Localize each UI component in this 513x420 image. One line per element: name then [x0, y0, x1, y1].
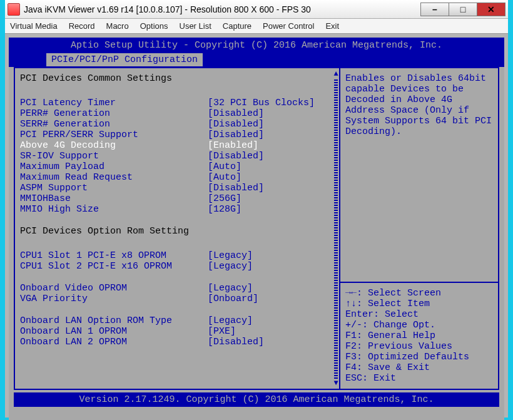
menu-exit[interactable]: Exit	[325, 21, 339, 31]
bios-body: PCI Devices Common SettingsPCI Latency T…	[14, 67, 499, 390]
titlebar: Java iKVM Viewer v1.69 r14 [10.0.8.107] …	[5, 0, 508, 19]
setting-value: [Disabled]	[208, 337, 264, 347]
setting-label: VGA Priority	[20, 294, 208, 304]
menu-virtual-media[interactable]: Virtual Media	[10, 21, 58, 31]
setting-label: Onboard LAN Option ROM Type	[20, 315, 208, 326]
legend-line: F1: General Help	[345, 330, 493, 341]
app-window: Java iKVM Viewer v1.69 r14 [10.0.8.107] …	[5, 0, 508, 417]
scrollbar[interactable]: ▲ ▼	[333, 71, 339, 386]
setting-label: Onboard LAN 2 OPROM	[20, 337, 208, 347]
setting-row[interactable]: ASPM Support[Disabled]	[20, 183, 337, 193]
spacer	[20, 86, 337, 98]
setting-row[interactable]: PCI Latency Timer[32 PCI Bus Clocks]	[20, 98, 337, 108]
legend-line: F3: Optimized Defaults	[345, 352, 493, 362]
setting-row[interactable]: Above 4G Decoding[Enabled]	[20, 140, 337, 151]
help-text: Enables or Disables 64bit capable Device…	[340, 68, 498, 282]
setting-label: SR-IOV Support	[20, 151, 208, 161]
setting-value: [Legacy]	[208, 261, 253, 272]
setting-value: [256G]	[208, 193, 241, 204]
setting-row[interactable]: PERR# Generation[Disabled]	[20, 108, 337, 119]
setting-value: [Legacy]	[208, 315, 253, 326]
bios-footer: Version 2.17.1249. Copyright (C) 2016 Am…	[14, 392, 499, 407]
bios-screen: Aptio Setup Utility - Copyright (C) 2016…	[9, 38, 504, 420]
setting-row[interactable]: SR-IOV Support[Disabled]	[20, 151, 337, 161]
section-header: PCI Devices Option Rom Setting	[20, 226, 337, 237]
setting-label: Onboard LAN 1 OPROM	[20, 326, 208, 337]
setting-value: [128G]	[208, 204, 241, 215]
setting-row[interactable]: PCI PERR/SERR Support[Disabled]	[20, 130, 337, 140]
java-icon	[8, 3, 20, 16]
setting-row[interactable]: VGA Priority[Onboard]	[20, 294, 337, 304]
bios-tab[interactable]: PCIe/PCI/PnP Configuration	[46, 53, 203, 66]
menu-macro[interactable]: Macro	[106, 21, 129, 31]
legend-line: ESC: Exit	[345, 373, 493, 384]
setting-value: [PXE]	[208, 326, 236, 337]
maximize-button[interactable]: □	[449, 3, 477, 16]
section-header: PCI Devices Common Settings	[20, 73, 337, 84]
setting-value: [Disabled]	[208, 108, 264, 119]
spacer	[20, 215, 337, 226]
scroll-track[interactable]	[334, 78, 338, 379]
legend-line: Enter: Select	[345, 309, 493, 320]
menu-user-list[interactable]: User List	[180, 21, 211, 31]
legend-line: F4: Save & Exit	[345, 362, 493, 373]
legend-line: ↑↓: Select Item	[345, 299, 493, 309]
setting-label: CPU1 Slot 2 PCI-E x16 OPROM	[20, 261, 208, 272]
setting-row[interactable]: CPU1 Slot 1 PCI-E x8 OPROM[Legacy]	[20, 250, 337, 261]
setting-row[interactable]: Onboard Video OPROM[Legacy]	[20, 283, 337, 294]
setting-row[interactable]: MMIO High Size[128G]	[20, 204, 337, 215]
setting-row[interactable]: Maximum Payload[Auto]	[20, 161, 337, 172]
setting-value: [Disabled]	[208, 119, 264, 130]
setting-label: MMIO High Size	[20, 204, 208, 215]
menubar: Virtual Media Record Macro Options User …	[5, 19, 508, 34]
setting-label: Above 4G Decoding	[20, 140, 208, 151]
setting-row[interactable]: CPU1 Slot 2 PCI-E x16 OPROM[Legacy]	[20, 261, 337, 272]
setting-value: [Disabled]	[208, 151, 264, 161]
setting-label: PCI PERR/SERR Support	[20, 130, 208, 140]
bios-tab-row: PCIe/PCI/PnP Configuration	[9, 53, 504, 67]
scroll-up-icon[interactable]: ▲	[333, 71, 339, 77]
window-title: Java iKVM Viewer v1.69 r14 [10.0.8.107] …	[24, 4, 421, 14]
setting-value: [Disabled]	[208, 183, 264, 193]
close-button[interactable]: ✕	[477, 3, 505, 16]
setting-row[interactable]: SERR# Generation[Disabled]	[20, 119, 337, 130]
setting-value: [Onboard]	[208, 294, 258, 304]
setting-label: PERR# Generation	[20, 108, 208, 119]
setting-label: ASPM Support	[20, 183, 208, 193]
key-legend: →←: Select Screen↑↓: Select ItemEnter: S…	[340, 283, 498, 389]
menu-record[interactable]: Record	[69, 21, 95, 31]
setting-label: SERR# Generation	[20, 119, 208, 130]
scroll-down-icon[interactable]: ▼	[333, 380, 339, 386]
setting-label: PCI Latency Timer	[20, 98, 208, 108]
bios-help-panel: Enables or Disables 64bit capable Device…	[339, 68, 498, 389]
setting-label: Maximum Read Request	[20, 172, 208, 183]
setting-value: [Legacy]	[208, 250, 253, 261]
bios-settings-panel: PCI Devices Common SettingsPCI Latency T…	[15, 68, 339, 389]
bios-header: Aptio Setup Utility - Copyright (C) 2016…	[9, 38, 504, 53]
setting-label: MMIOHBase	[20, 193, 208, 204]
setting-value: [32 PCI Bus Clocks]	[208, 98, 315, 108]
spacer	[20, 239, 337, 250]
setting-label: Maximum Payload	[20, 161, 208, 172]
setting-value: [Disabled]	[208, 130, 264, 140]
setting-value: [Legacy]	[208, 283, 253, 294]
menu-options[interactable]: Options	[140, 21, 168, 31]
spacer	[20, 272, 337, 283]
menu-power-control[interactable]: Power Control	[263, 21, 314, 31]
setting-label: Onboard Video OPROM	[20, 283, 208, 294]
setting-label: CPU1 Slot 1 PCI-E x8 OPROM	[20, 250, 208, 261]
setting-value: [Enabled]	[208, 140, 258, 151]
setting-value: [Auto]	[208, 172, 241, 183]
spacer	[20, 304, 337, 315]
setting-row[interactable]: MMIOHBase[256G]	[20, 193, 337, 204]
legend-line: F2: Previous Values	[345, 341, 493, 352]
setting-row[interactable]: Onboard LAN 2 OPROM[Disabled]	[20, 337, 337, 347]
setting-row[interactable]: Onboard LAN 1 OPROM[PXE]	[20, 326, 337, 337]
menu-capture[interactable]: Capture	[223, 21, 251, 31]
setting-row[interactable]: Maximum Read Request[Auto]	[20, 172, 337, 183]
legend-line: +/-: Change Opt.	[345, 320, 493, 330]
setting-value: [Auto]	[208, 161, 241, 172]
minimize-button[interactable]: –	[420, 3, 449, 16]
legend-line: →←: Select Screen	[345, 288, 493, 299]
setting-row[interactable]: Onboard LAN Option ROM Type[Legacy]	[20, 315, 337, 326]
